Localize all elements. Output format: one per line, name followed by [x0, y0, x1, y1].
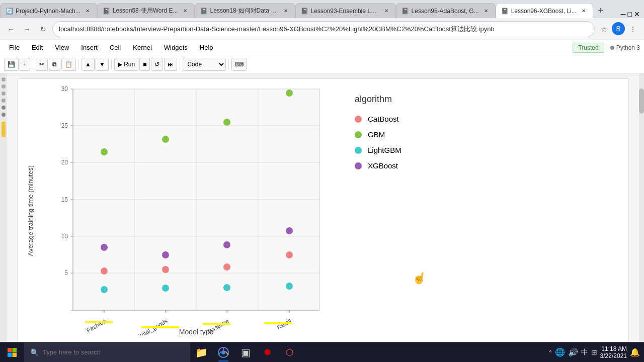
point-lightgbm-baseline: [223, 284, 230, 291]
terminal-button[interactable]: ▣: [234, 342, 257, 363]
menu-item-file[interactable]: File: [4, 43, 25, 52]
address-icons: ☆ R ⋮: [597, 22, 640, 36]
svg-text:20: 20: [61, 159, 68, 166]
tab-favicon-6: 📓: [501, 8, 508, 15]
tab-close-1[interactable]: ✕: [84, 7, 92, 15]
tab-lesson58[interactable]: 📓 Lesson58-使用Word E... ✕: [97, 3, 195, 18]
paste-button[interactable]: 📋: [61, 58, 76, 71]
record-button[interactable]: ⏺: [257, 342, 279, 363]
taskbar-search-input[interactable]: [43, 348, 184, 356]
clock-area[interactable]: 11:18 AM 3/22/2021: [600, 345, 627, 359]
maximize-button[interactable]: □: [628, 10, 632, 18]
taskbar: 🔍 📁 ▣ ⏺ ⬡ ^ 🌐 🔊 中: [0, 342, 644, 362]
restart-run-button[interactable]: ⏭: [164, 58, 177, 71]
legend-dot-lightgbm: [355, 147, 362, 154]
move-down-button[interactable]: ▼: [96, 58, 109, 71]
tab-label-6: Lesson96-XGBoost, Li...: [511, 8, 577, 15]
legend-item-xgboost: XGBoost: [355, 161, 415, 170]
legend-item-gbm: GBM: [355, 130, 415, 139]
point-catboost-baseline: [223, 263, 230, 270]
tab-favicon-4: 📓: [301, 8, 308, 15]
tab-close-3[interactable]: ✕: [282, 7, 290, 15]
notebook-content[interactable]: Average training time (minutes): [7, 73, 639, 342]
layout-icon: ⊞: [591, 348, 597, 356]
highlight-retail: [264, 322, 292, 324]
cut-button[interactable]: ✂: [36, 58, 48, 71]
start-button[interactable]: [0, 342, 24, 363]
menu-item-kernel[interactable]: Kernel: [128, 43, 157, 52]
legend-item-catboost: CatBoost: [355, 115, 415, 123]
point-xgboost-retail: [286, 227, 293, 234]
git-button[interactable]: ⬡: [279, 342, 301, 363]
taskbar-search-area[interactable]: 🔍: [24, 342, 190, 363]
back-button[interactable]: ←: [4, 22, 18, 36]
file-explorer-icon: 📁: [195, 346, 208, 358]
right-scrollbar[interactable]: [639, 73, 644, 342]
tab-lesson93[interactable]: 📓 Lesson93-Ensemble Le... ✕: [295, 3, 396, 18]
legend-label-catboost: CatBoost: [368, 115, 399, 123]
tab-lesson18[interactable]: 📓 Lesson18-如何对Data S... ✕: [195, 3, 295, 18]
svg-rect-37: [13, 348, 17, 352]
profile-button[interactable]: R: [612, 22, 625, 35]
toolbar-separator: [33, 59, 33, 69]
tab-label-4: Lesson93-Ensemble Le...: [311, 8, 379, 15]
tab-project0[interactable]: 🔄 Project0-Python-Mach... ✕: [0, 3, 97, 18]
menu-item-cell[interactable]: Cell: [105, 43, 126, 52]
stop-button[interactable]: ■: [139, 58, 150, 71]
tab-bar: 🔄 Project0-Python-Mach... ✕ 📓 Lesson58-使…: [0, 0, 644, 18]
tab-label-3: Lesson18-如何对Data S...: [210, 7, 279, 15]
minimize-button[interactable]: ─: [621, 10, 626, 18]
tab-close-5[interactable]: ✕: [482, 7, 490, 15]
system-tray: ^ 🌐 🔊 中 ⊞ 11:18 AM 3/22/2021 🔔: [545, 345, 644, 359]
tab-lesson95[interactable]: 📓 Lesson95-AdaBoost, G... ✕: [396, 3, 496, 18]
svg-point-41: [221, 350, 225, 354]
legend-item-lightgbm: LightGBM: [355, 146, 415, 154]
point-gbm-retail: [286, 89, 293, 97]
kernel-label: Python 3: [616, 44, 640, 51]
output-cell: Average training time (minutes): [17, 78, 629, 342]
add-cell-button[interactable]: +: [20, 58, 30, 71]
highlight-digital: [141, 326, 179, 328]
tab-close-2[interactable]: ✕: [181, 7, 189, 15]
menu-item-help[interactable]: Help: [195, 43, 218, 52]
forward-button[interactable]: →: [20, 22, 34, 36]
show-hidden-button[interactable]: ^: [549, 349, 552, 356]
run-button[interactable]: ▶ Run: [114, 58, 138, 71]
tab-lesson96[interactable]: 📓 Lesson96-XGBoost, Li... ✕: [496, 3, 593, 18]
tab-label-2: Lesson58-使用Word E...: [113, 7, 178, 15]
legend-dot-catboost: [355, 116, 362, 123]
refresh-button[interactable]: ↻: [36, 22, 50, 36]
restart-button[interactable]: ↺: [151, 58, 163, 71]
tab-favicon-3: 📓: [200, 8, 207, 15]
point-lightgbm-fashion: [101, 286, 108, 293]
copy-button[interactable]: ⧉: [49, 58, 60, 71]
toolbar-separator-4: [180, 59, 180, 69]
menu-item-insert[interactable]: Insert: [76, 43, 103, 52]
address-input[interactable]: [52, 21, 595, 37]
file-explorer-button[interactable]: 📁: [190, 342, 212, 363]
chrome-button[interactable]: [212, 342, 234, 363]
legend-dot-xgboost: [355, 162, 362, 169]
close-button[interactable]: ✕: [634, 10, 640, 18]
menu-item-view[interactable]: View: [50, 43, 74, 52]
save-button[interactable]: 💾: [4, 58, 19, 71]
move-up-button[interactable]: ▲: [82, 58, 95, 71]
keyboard-button[interactable]: ⌨: [231, 58, 247, 71]
new-tab-button[interactable]: +: [593, 3, 608, 18]
search-icon: 🔍: [30, 348, 39, 356]
notebook-main: Average training time (minutes): [0, 73, 644, 342]
tab-close-6[interactable]: ✕: [580, 7, 588, 15]
svg-text:Model type: Model type: [179, 328, 214, 335]
notification-button[interactable]: 🔔: [630, 347, 640, 357]
sidebar-highlight: [2, 122, 6, 137]
more-button[interactable]: ⋮: [626, 22, 640, 36]
left-sidebar: [0, 73, 7, 342]
bookmark-button[interactable]: ☆: [597, 22, 611, 36]
tab-close-4[interactable]: ✕: [382, 7, 390, 15]
menu-item-edit[interactable]: Edit: [27, 43, 48, 52]
tab-favicon-2: 📓: [103, 8, 110, 15]
scrollbar-thumb[interactable]: [639, 88, 644, 114]
menu-item-widgets[interactable]: Widgets: [159, 43, 193, 52]
sidebar-indicator-5: [2, 106, 6, 110]
cell-type-select[interactable]: Code Markdown Raw: [183, 58, 226, 71]
